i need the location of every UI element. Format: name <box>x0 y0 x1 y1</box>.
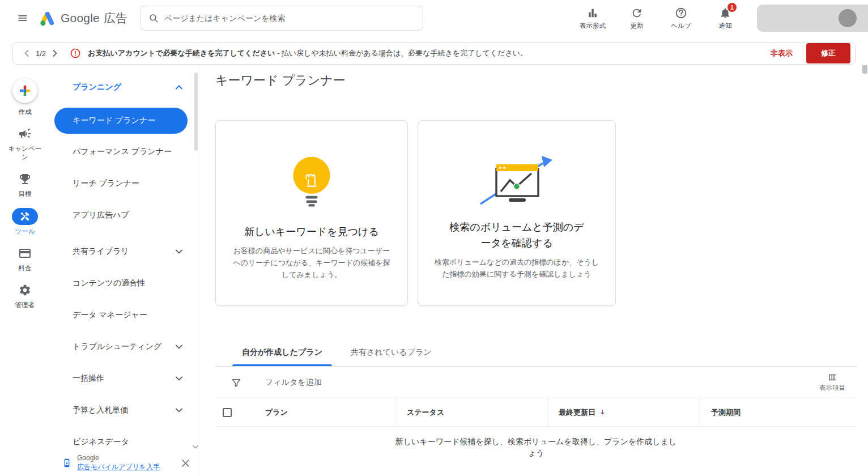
chevron-down-icon <box>176 249 182 254</box>
promo-brand: Google <box>77 454 160 463</box>
plans-section: 自分が作成したプラン 共有されているプラン フィルタを追加 表示項目 プラン ス… <box>215 339 857 459</box>
alert-fix-button[interactable]: 修正 <box>806 43 850 63</box>
sidebar-scrollbar-thumb[interactable] <box>194 73 198 151</box>
sidebar-item-reach-planner[interactable]: リーチ プランナー <box>50 168 199 199</box>
select-all-checkbox[interactable] <box>223 408 232 417</box>
rail-label-billing: 料金 <box>19 264 32 272</box>
empty-state-message: 新しいキーワード候補を探し、検索ボリュームを取得し、プランを作成しましょう <box>394 436 678 459</box>
search-icon <box>148 13 159 23</box>
phone-download-icon <box>62 458 71 468</box>
sidebar-item-content-suitability[interactable]: コンテンツの適合性 <box>50 267 199 299</box>
sidebar-section-planning[interactable]: プランニング <box>50 74 199 101</box>
mobile-app-promo: Google 広告モバイルアプリを入手 <box>50 450 199 476</box>
sidebar-item-bulk-actions[interactable]: 一括操作 <box>50 363 199 394</box>
search-input[interactable] <box>164 14 415 23</box>
columns-icon <box>827 372 838 382</box>
sidebar-item-keyword-planner[interactable]: キーワード プランナー <box>54 108 188 134</box>
create-button[interactable] <box>12 78 37 103</box>
tab-shared-plans[interactable]: 共有されているプラン <box>337 339 446 366</box>
budgets-bids-label: 予算と入札単価 <box>73 405 128 415</box>
sidebar-item-troubleshooting[interactable]: トラブルシューティング <box>50 331 199 363</box>
hamburger-icon <box>17 12 28 24</box>
main-menu-button[interactable] <box>9 5 36 32</box>
column-header-forecast-period[interactable]: 予測期間 <box>699 398 857 426</box>
sidebar-item-budgets-bids[interactable]: 予算と入札単価 <box>50 394 199 426</box>
filter-funnel-icon <box>231 377 241 388</box>
sidebar-item-shared-library[interactable]: 共有ライブラリ <box>50 236 199 267</box>
rail-label-create: 作成 <box>19 108 32 116</box>
google-ads-home-link[interactable]: Google 広告 <box>40 10 127 26</box>
business-data-label: ビジネスデータ <box>73 437 129 447</box>
alert-title: お支払いアカウントで必要な手続きを完了してください <box>88 49 275 57</box>
rail-item-tools[interactable]: ツール <box>12 208 38 235</box>
alert-detail: - 払い戻しや未払い料金がある場合は、必要な手続きを完了してください。 <box>275 49 527 57</box>
help-button[interactable]: ヘルプ <box>664 6 698 30</box>
global-search[interactable] <box>140 6 423 31</box>
megaphone-icon <box>18 127 32 141</box>
appearance-button[interactable]: 表示形式 <box>576 6 610 30</box>
col-last-updated-label: 最終更新日 <box>559 407 595 418</box>
rail-item-goals[interactable]: 目標 <box>18 171 32 198</box>
refresh-icon <box>631 7 643 19</box>
add-filter-button[interactable]: フィルタを追加 <box>265 377 322 388</box>
tab-my-plans[interactable]: 自分が作成したプラン <box>228 339 337 366</box>
alert-message: お支払いアカウントで必要な手続きを完了してください - 払い戻しや未払い料金があ… <box>88 48 527 58</box>
chevron-left-icon <box>24 50 29 57</box>
sidebar-scroll-down-button[interactable] <box>193 445 198 449</box>
column-header-plan[interactable]: プラン <box>241 398 397 426</box>
rail-item-create[interactable]: 作成 <box>12 78 37 116</box>
alert-prev-button[interactable] <box>19 45 35 61</box>
lightbulb-illustration <box>286 151 338 210</box>
col-status-label: ステータス <box>407 407 444 418</box>
notifications-button[interactable]: 1 通知 <box>708 6 742 30</box>
sidebar-item-performance-planner[interactable]: パフォーマンス プランナー <box>50 136 199 168</box>
page-title: キーワード プランナー <box>215 73 857 88</box>
chevron-down-icon <box>193 445 198 449</box>
promo-close-button[interactable] <box>177 455 193 471</box>
column-header-last-updated[interactable]: 最終更新日 <box>548 398 699 426</box>
chevron-down-icon <box>176 376 182 381</box>
account-info[interactable] <box>757 5 868 32</box>
rail-label-admin: 管理者 <box>15 301 35 309</box>
rail-item-admin[interactable]: 管理者 <box>15 282 35 309</box>
gear-icon <box>19 284 31 296</box>
reach-planner-label: リーチ プランナー <box>73 178 139 189</box>
planning-section-label: プランニング <box>73 82 121 92</box>
shared-library-label: 共有ライブラリ <box>73 246 129 257</box>
trophy-icon <box>18 172 32 186</box>
rail-item-campaigns[interactable]: キャンペーン <box>7 125 42 161</box>
alert-next-button[interactable] <box>47 45 63 61</box>
tools-active-pill <box>12 208 38 225</box>
credit-card-icon <box>18 246 32 260</box>
column-header-status[interactable]: ステータス <box>397 398 548 426</box>
page-scrollbar-thumb[interactable] <box>862 65 867 74</box>
card-description-find-keywords: お客様の商品やサービスに関心を持つユーザーへのリーチにつながる、キーワードの候補… <box>228 245 395 280</box>
brand-ads-wordmark: 広告 <box>104 10 127 26</box>
rail-item-billing[interactable]: 料金 <box>18 245 32 272</box>
alert-hide-button[interactable]: 非表示 <box>763 44 801 63</box>
sidebar-item-data-manager[interactable]: データ マネージャー <box>50 299 199 331</box>
sidebar-item-app-ads-hub[interactable]: アプリ広告ハブ <box>50 199 199 231</box>
columns-button[interactable]: 表示項目 <box>816 371 849 393</box>
sidebar-links: 共有ライブラリ コンテンツの適合性 データ マネージャー トラブルシューティング… <box>50 236 199 458</box>
refresh-button[interactable]: 更新 <box>620 6 654 30</box>
keyword-planner-label: キーワード プランナー <box>73 116 155 126</box>
get-mobile-app-link[interactable]: 広告モバイルアプリを入手 <box>77 463 160 472</box>
chevron-right-icon <box>53 50 57 57</box>
google-ads-logo-icon <box>40 11 55 26</box>
avatar[interactable] <box>839 9 857 27</box>
plans-tabbar: 自分が作成したプラン 共有されているプラン <box>215 339 857 367</box>
plans-table-header: プラン ステータス 最終更新日 予測期間 <box>215 398 857 427</box>
promo-text: Google 広告モバイルアプリを入手 <box>77 454 160 471</box>
topbar-actions: 表示形式 更新 ヘルプ 1 通知 <box>576 6 742 30</box>
top-app-bar: Google 広告 表示形式 更新 ヘルプ 1 通知 <box>0 0 868 36</box>
empty-state: 新しいキーワード候補を探し、検索ボリュームを取得し、プランを作成しましょう <box>215 436 857 459</box>
rail-label-campaigns: キャンペーン <box>7 144 42 161</box>
search-volume-forecast-card[interactable]: 検索のボリュームと予測のデータを確認する 検索ボリュームなどの過去の指標のほか、… <box>418 120 616 306</box>
refresh-label: 更新 <box>631 22 644 30</box>
main-content: キーワード プランナー 新しいキーワードを見つける お客様の商品やサービスに関心 <box>199 65 868 476</box>
find-new-keywords-card[interactable]: 新しいキーワードを見つける お客様の商品やサービスに関心を持つユーザーへのリーチ… <box>215 120 408 306</box>
troubleshooting-label: トラブルシューティング <box>73 342 161 352</box>
col-plan-label: プラン <box>265 407 288 418</box>
tools-icon <box>20 211 30 222</box>
